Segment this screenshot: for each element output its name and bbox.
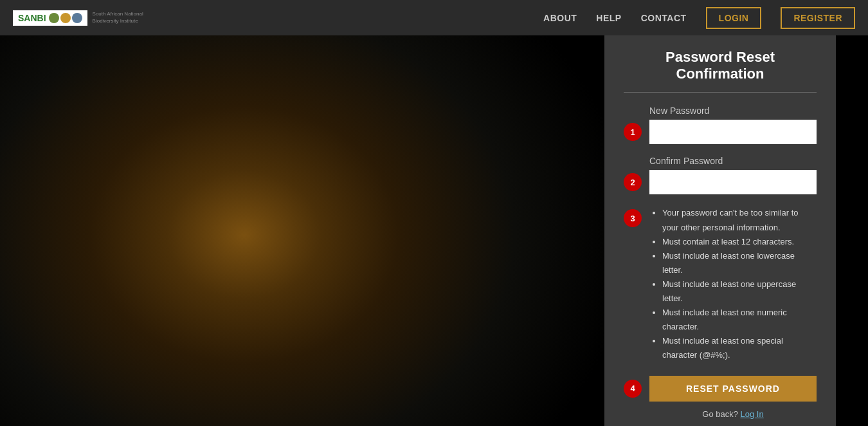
new-password-row: 1 [649, 120, 817, 144]
logo-subtitle-line2: Biodiversity Institute [93, 18, 143, 24]
new-password-group: New Password 1 [649, 106, 817, 144]
requirements-section: 3 Your password can't be too similar to … [649, 206, 817, 362]
logo-box: SANBI [13, 10, 87, 26]
card-title: Password Reset Confirmation [624, 49, 817, 93]
logo-icon-2 [60, 13, 71, 23]
step-badge-2: 2 [624, 173, 642, 191]
reset-password-button[interactable]: RESET PASSWORD [649, 376, 817, 402]
new-password-label: New Password [649, 106, 817, 116]
go-back-section: Go back? Log In [649, 409, 817, 419]
req-item-0: Your password can't be too similar to yo… [662, 206, 817, 234]
nav-help[interactable]: HELP [596, 13, 621, 23]
step-badge-4: 4 [624, 380, 642, 398]
form-fields: New Password 1 Confirm Password 2 3 Your… [624, 106, 817, 418]
req-item-4: Must include at least one numeric charac… [662, 306, 817, 334]
logo-subtitle-line1: South African National [93, 11, 143, 17]
nav-contact[interactable]: CONTACT [641, 13, 687, 23]
requirements-list: Your password can't be too similar to yo… [649, 206, 817, 362]
step-badge-1: 1 [624, 123, 642, 141]
req-item-1: Must contain at least 12 characters. [662, 235, 817, 249]
req-item-5: Must include at least one special charac… [662, 334, 817, 362]
req-item-2: Must include at least one lowercase lett… [662, 249, 817, 277]
logo-text: SANBI [18, 13, 46, 23]
logo-subtitle: South African National Biodiversity Inst… [93, 11, 143, 24]
step-badge-3: 3 [624, 209, 642, 227]
login-button[interactable]: LOGIN [706, 7, 762, 29]
logo-icon-3 [72, 13, 82, 23]
nav-links: ABOUT HELP CONTACT LOGIN REGISTER [543, 7, 855, 29]
password-reset-card: Password Reset Confirmation New Password… [604, 30, 836, 426]
login-link[interactable]: Log In [741, 409, 764, 419]
logo-icon-1 [49, 13, 59, 23]
go-back-text: Go back? [702, 409, 738, 419]
nav-about[interactable]: ABOUT [543, 13, 577, 23]
register-button[interactable]: REGISTER [781, 7, 855, 29]
logo-icons [49, 13, 82, 23]
logo-container: SANBI South African National Biodiversit… [13, 10, 143, 26]
confirm-password-input[interactable] [649, 170, 817, 194]
confirm-password-row: 2 [649, 170, 817, 194]
hero-section: Password Reset Confirmation New Password… [0, 35, 868, 426]
confirm-password-group: Confirm Password 2 [649, 156, 817, 194]
req-item-3: Must include at least one uppercase lett… [662, 277, 817, 306]
reset-button-row: 4 RESET PASSWORD [649, 376, 817, 402]
confirm-password-label: Confirm Password [649, 156, 817, 166]
new-password-input[interactable] [649, 120, 817, 144]
navbar: SANBI South African National Biodiversit… [0, 0, 868, 35]
